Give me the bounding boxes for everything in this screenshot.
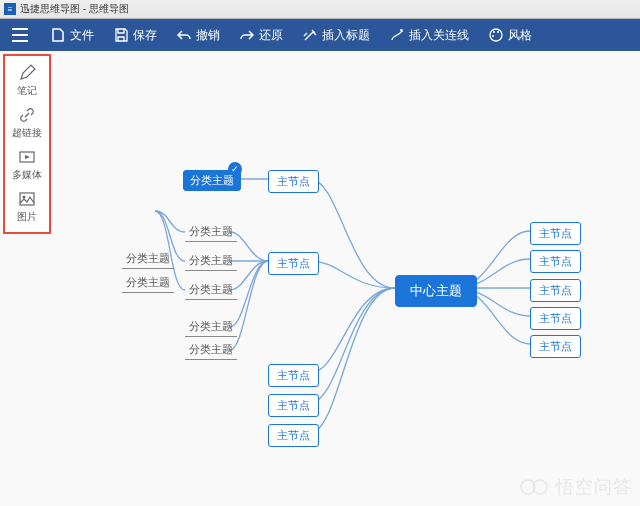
svg-point-2 (497, 31, 499, 33)
insert-link-label: 插入关连线 (409, 27, 469, 44)
window-title: 迅捷思维导图 - 思维导图 (20, 2, 129, 16)
sub-node[interactable]: 分类主题 (185, 224, 237, 242)
palette-icon (489, 28, 503, 42)
watermark: 悟空问答 (520, 475, 632, 499)
main-node[interactable]: 主节点 (530, 279, 581, 302)
svg-point-1 (493, 31, 495, 33)
svg-point-0 (490, 29, 502, 41)
insert-title-icon (303, 28, 317, 42)
title-bar: ≡ 迅捷思维导图 - 思维导图 (0, 0, 640, 19)
node-marker-icon[interactable]: ✓ (228, 162, 242, 176)
sub-node[interactable]: 分类主题 (185, 282, 237, 300)
watermark-text: 悟空问答 (556, 475, 632, 499)
insert-link-icon (390, 28, 404, 42)
redo-button[interactable]: 还原 (230, 19, 293, 51)
save-label: 保存 (133, 27, 157, 44)
undo-button[interactable]: 撤销 (167, 19, 230, 51)
file-button[interactable]: 文件 (41, 19, 104, 51)
insert-title-button[interactable]: 插入标题 (293, 19, 380, 51)
sub-node[interactable]: 分类主题 (185, 319, 237, 337)
style-button[interactable]: 风格 (479, 19, 542, 51)
sub-node[interactable]: 分类主题 (122, 275, 174, 293)
undo-icon (177, 28, 191, 42)
watermark-icon (520, 477, 550, 497)
center-node[interactable]: 中心主题 (395, 275, 477, 307)
main-node[interactable]: 主节点 (268, 252, 319, 275)
main-node[interactable]: 主节点 (530, 222, 581, 245)
sub-node[interactable]: 分类主题 (185, 342, 237, 360)
menu-button[interactable] (4, 19, 41, 51)
redo-icon (240, 28, 254, 42)
undo-label: 撤销 (196, 27, 220, 44)
sub-node[interactable]: 分类主题 (185, 253, 237, 271)
mindmap-canvas[interactable]: 中心主题 主节点 主节点 主节点 主节点 主节点 主节点 主节点 主节点 主节点… (0, 51, 640, 506)
redo-label: 还原 (259, 27, 283, 44)
sub-node[interactable]: 分类主题 (122, 251, 174, 269)
hamburger-icon (12, 28, 28, 42)
svg-point-3 (492, 35, 494, 37)
main-node[interactable]: 主节点 (268, 170, 319, 193)
file-icon (51, 28, 65, 42)
file-label: 文件 (70, 27, 94, 44)
main-node[interactable]: 主节点 (268, 394, 319, 417)
main-node[interactable]: 主节点 (530, 335, 581, 358)
workspace: 笔记 超链接 多媒体 图片 (0, 51, 640, 506)
main-node[interactable]: 主节点 (268, 364, 319, 387)
app-icon: ≡ (4, 3, 16, 15)
main-node[interactable]: 主节点 (530, 250, 581, 273)
save-icon (114, 28, 128, 42)
insert-link-button[interactable]: 插入关连线 (380, 19, 479, 51)
style-label: 风格 (508, 27, 532, 44)
main-toolbar: 文件 保存 撤销 还原 插入标题 插入关连线 风格 (0, 19, 640, 51)
save-button[interactable]: 保存 (104, 19, 167, 51)
insert-title-label: 插入标题 (322, 27, 370, 44)
main-node[interactable]: 主节点 (530, 307, 581, 330)
main-node[interactable]: 主节点 (268, 424, 319, 447)
